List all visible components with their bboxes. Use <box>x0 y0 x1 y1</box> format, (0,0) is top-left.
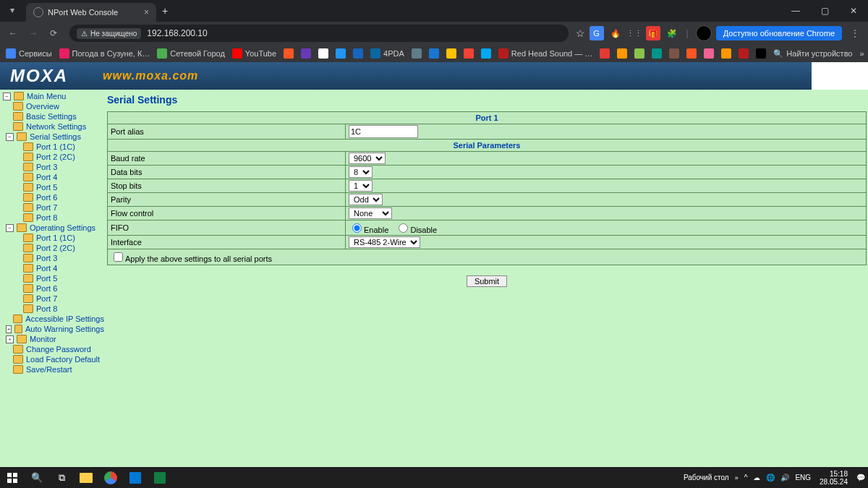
sidebar-save-restart[interactable]: Save/Restart <box>3 364 104 374</box>
sidebar-operating-port-7[interactable]: Port 7 <box>3 294 104 304</box>
back-button[interactable]: ← <box>4 25 22 42</box>
apply-all-option[interactable]: Apply the above settings to all serial p… <box>111 254 272 263</box>
bookmark-youtube[interactable]: YouTube <box>232 48 276 59</box>
bookmark-item[interactable] <box>464 48 474 59</box>
bookmark-item[interactable] <box>634 48 644 59</box>
expand-icon[interactable]: + <box>6 325 12 333</box>
sidebar-serial-port-5[interactable]: Port 5 <box>3 182 104 192</box>
update-chrome-button[interactable]: Доступно обновление Chrome <box>716 26 842 40</box>
system-clock[interactable]: 15:18 28.05.24 <box>817 470 851 486</box>
collapse-icon[interactable]: − <box>6 133 14 141</box>
sidebar-operating-settings[interactable]: −Operating Settings <box>3 223 104 233</box>
sidebar-serial-port-7[interactable]: Port 7 <box>3 202 104 213</box>
bookmark-item[interactable] <box>429 48 439 59</box>
bookmark-item[interactable] <box>617 48 627 59</box>
bookmark-4pda[interactable]: 4PDA <box>370 48 404 59</box>
fifo-enable-option[interactable]: Enable <box>349 226 388 234</box>
bookmark-item[interactable] <box>336 48 346 59</box>
expand-icon[interactable]: + <box>6 335 14 343</box>
bookmark-item[interactable] <box>353 48 363 59</box>
baud-rate-select[interactable]: 9600 <box>349 153 386 164</box>
overflow-icon[interactable]: » <box>859 49 864 58</box>
sidebar-serial-port-8[interactable]: Port 8 <box>3 213 104 223</box>
collapse-icon[interactable]: − <box>3 93 11 100</box>
bookmark-find-devices[interactable]: 🔍Найти устройство <box>773 49 852 59</box>
sidebar-accessible-ip[interactable]: Accessible IP Settings <box>3 314 104 324</box>
bookmark-item[interactable] <box>739 48 749 59</box>
chevron-up-icon[interactable]: » <box>735 474 739 481</box>
forward-button[interactable]: → <box>25 25 42 42</box>
sidebar-serial-port-1[interactable]: Port 1 (1C) <box>3 142 104 152</box>
sidebar-operating-port-8[interactable]: Port 8 <box>3 304 104 314</box>
search-button[interactable]: 🔍 <box>25 467 49 488</box>
flow-control-select[interactable]: None <box>349 207 392 219</box>
sidebar-operating-port-4[interactable]: Port 4 <box>3 263 104 273</box>
profile-avatar[interactable] <box>696 25 712 41</box>
fifo-disable-radio[interactable] <box>399 223 408 233</box>
sidebar-serial-port-4[interactable]: Port 4 <box>3 172 104 182</box>
search-tabs-icon[interactable]: ▾ <box>10 5 22 17</box>
extension-icon[interactable]: 🔥 <box>608 26 623 40</box>
bookmark-item[interactable] <box>652 48 662 59</box>
address-bar[interactable]: ⚠ Не защищено 192.168.200.10 <box>69 25 569 42</box>
bookmark-item[interactable] <box>756 48 766 59</box>
sidebar-operating-port-2[interactable]: Port 2 (2C) <box>3 243 104 253</box>
sidebar-overview[interactable]: Overview <box>3 101 104 111</box>
menu-icon[interactable]: ⋮ <box>846 25 864 42</box>
extension-icon[interactable]: 🎁 <box>646 26 660 40</box>
sidebar-serial-port-6[interactable]: Port 6 <box>3 192 104 202</box>
calculator-icon[interactable] <box>123 467 148 488</box>
bookmark-item[interactable] <box>284 48 294 59</box>
interface-select[interactable]: RS-485 2-Wire <box>349 236 420 248</box>
sidebar-serial-port-3[interactable]: Port 3 <box>3 162 104 172</box>
sidebar-serial-port-2[interactable]: Port 2 (2C) <box>3 152 104 162</box>
bookmark-item[interactable] <box>446 48 456 59</box>
google-translate-icon[interactable]: G <box>590 26 604 40</box>
maximize-button[interactable]: ▢ <box>810 0 839 22</box>
language-indicator[interactable]: ENG <box>795 474 811 481</box>
sidebar-load-factory[interactable]: Load Factory Default <box>3 354 104 364</box>
bookmark-weather[interactable]: Погода в Сузуне, К… <box>59 48 150 59</box>
start-button[interactable] <box>0 467 25 488</box>
extension-icon[interactable]: ⋮⋮ <box>627 26 642 40</box>
sidebar-auto-warning[interactable]: +Auto Warning Settings <box>3 324 104 334</box>
bookmark-item[interactable] <box>669 48 679 59</box>
cloud-icon[interactable]: ☁ <box>753 474 760 481</box>
extensions-menu-icon[interactable]: 🧩 <box>665 26 679 40</box>
bookmark-item[interactable] <box>481 48 491 59</box>
chrome-icon[interactable] <box>98 467 123 488</box>
bookmark-star-icon[interactable]: ☆ <box>576 27 585 39</box>
sidebar-network-settings[interactable]: Network Settings <box>3 121 104 132</box>
file-explorer-icon[interactable] <box>74 467 98 488</box>
excel-icon[interactable] <box>148 467 172 488</box>
network-icon[interactable]: 🌐 <box>766 474 775 481</box>
submit-button[interactable] <box>467 275 507 287</box>
not-secure-badge[interactable]: ⚠ Не защищено <box>77 28 141 39</box>
bookmark-netcity[interactable]: Сетевой Город <box>157 48 225 59</box>
sidebar-monitor[interactable]: +Monitor <box>3 334 104 344</box>
sidebar-main-menu[interactable]: −Main Menu <box>3 91 104 101</box>
close-icon[interactable]: × <box>144 7 149 17</box>
port-alias-input[interactable] <box>349 125 418 138</box>
notifications-icon[interactable]: 💬 <box>856 474 865 481</box>
data-bits-select[interactable]: 8 <box>349 166 373 178</box>
sidebar-serial-settings[interactable]: −Serial Settings <box>3 132 104 142</box>
sidebar-basic-settings[interactable]: Basic Settings <box>3 111 104 121</box>
bookmark-item[interactable] <box>600 48 610 59</box>
bookmark-services[interactable]: Сервисы <box>6 48 52 59</box>
tray-chevron-icon[interactable]: ^ <box>744 474 748 481</box>
bookmark-redhead[interactable]: Red Head Sound — … <box>498 48 593 59</box>
desktop-label[interactable]: Рабочий стол <box>684 474 729 481</box>
fifo-disable-option[interactable]: Disable <box>395 226 437 234</box>
volume-icon[interactable]: 🔊 <box>780 474 789 481</box>
sidebar-operating-port-1[interactable]: Port 1 (1C) <box>3 233 104 243</box>
parity-select[interactable]: Odd <box>349 194 383 205</box>
sidebar-change-password[interactable]: Change Password <box>3 344 104 354</box>
reload-button[interactable]: ⟳ <box>45 25 62 42</box>
collapse-icon[interactable]: − <box>6 224 14 232</box>
bookmark-item[interactable] <box>704 48 714 59</box>
sidebar-operating-port-5[interactable]: Port 5 <box>3 273 104 283</box>
close-button[interactable]: ✕ <box>839 0 868 22</box>
bookmark-item[interactable] <box>301 48 311 59</box>
apply-all-checkbox[interactable] <box>114 252 123 262</box>
